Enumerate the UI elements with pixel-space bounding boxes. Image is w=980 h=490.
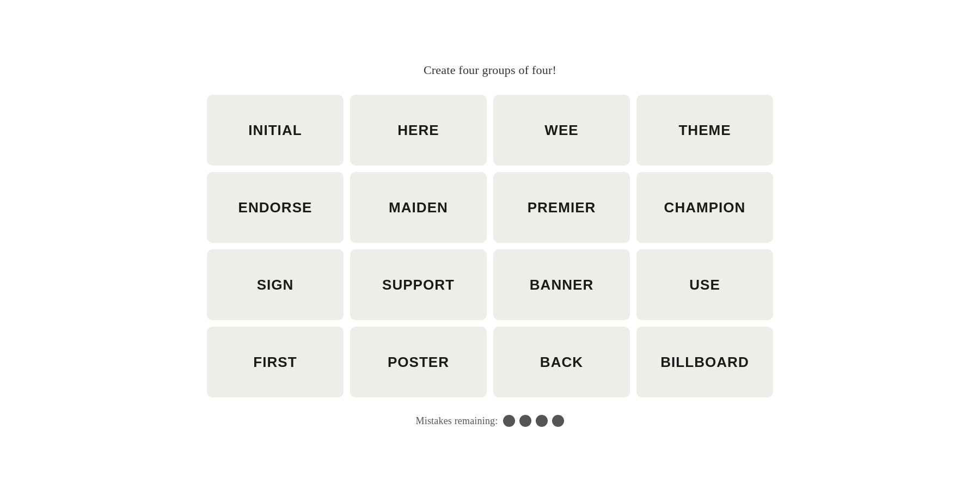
word-label-cell-0: INITIAL bbox=[242, 122, 308, 139]
word-label-cell-9: SUPPORT bbox=[376, 277, 461, 293]
word-card-cell-2[interactable]: WEE bbox=[493, 95, 630, 166]
mistakes-row: Mistakes remaining: bbox=[416, 415, 565, 427]
mistakes-label: Mistakes remaining: bbox=[416, 415, 498, 427]
word-label-cell-1: HERE bbox=[391, 122, 445, 139]
word-card-cell-4[interactable]: ENDORSE bbox=[207, 172, 344, 243]
word-card-cell-15[interactable]: BILLBOARD bbox=[636, 327, 773, 397]
mistake-dot-2 bbox=[536, 415, 548, 427]
word-label-cell-12: FIRST bbox=[247, 354, 303, 371]
word-card-cell-9[interactable]: SUPPORT bbox=[350, 249, 487, 320]
mistake-dot-3 bbox=[552, 415, 564, 427]
word-label-cell-11: USE bbox=[683, 277, 727, 293]
word-label-cell-6: PREMIER bbox=[521, 199, 603, 216]
game-container: Create four groups of four! INITIALHEREW… bbox=[191, 63, 789, 427]
word-card-cell-11[interactable]: USE bbox=[636, 249, 773, 320]
word-card-cell-14[interactable]: BACK bbox=[493, 327, 630, 397]
word-card-cell-0[interactable]: INITIAL bbox=[207, 95, 344, 166]
word-card-cell-7[interactable]: CHAMPION bbox=[636, 172, 773, 243]
word-label-cell-14: BACK bbox=[534, 354, 590, 371]
word-label-cell-2: WEE bbox=[538, 122, 585, 139]
word-card-cell-5[interactable]: MAIDEN bbox=[350, 172, 487, 243]
word-label-cell-5: MAIDEN bbox=[382, 199, 455, 216]
mistake-dots bbox=[503, 415, 564, 427]
word-card-cell-8[interactable]: SIGN bbox=[207, 249, 344, 320]
word-label-cell-8: SIGN bbox=[250, 277, 301, 293]
word-label-cell-13: POSTER bbox=[381, 354, 456, 371]
mistake-dot-0 bbox=[503, 415, 515, 427]
word-card-cell-3[interactable]: THEME bbox=[636, 95, 773, 166]
word-card-cell-12[interactable]: FIRST bbox=[207, 327, 344, 397]
mistake-dot-1 bbox=[519, 415, 531, 427]
word-label-cell-10: BANNER bbox=[523, 277, 600, 293]
subtitle: Create four groups of four! bbox=[424, 63, 556, 77]
word-card-cell-10[interactable]: BANNER bbox=[493, 249, 630, 320]
word-label-cell-3: THEME bbox=[672, 122, 737, 139]
word-grid: INITIALHEREWEETHEMEENDORSEMAIDENPREMIERC… bbox=[207, 95, 773, 397]
word-label-cell-7: CHAMPION bbox=[658, 199, 752, 216]
word-label-cell-15: BILLBOARD bbox=[654, 354, 755, 371]
word-card-cell-1[interactable]: HERE bbox=[350, 95, 487, 166]
word-card-cell-6[interactable]: PREMIER bbox=[493, 172, 630, 243]
word-card-cell-13[interactable]: POSTER bbox=[350, 327, 487, 397]
word-label-cell-4: ENDORSE bbox=[232, 199, 319, 216]
